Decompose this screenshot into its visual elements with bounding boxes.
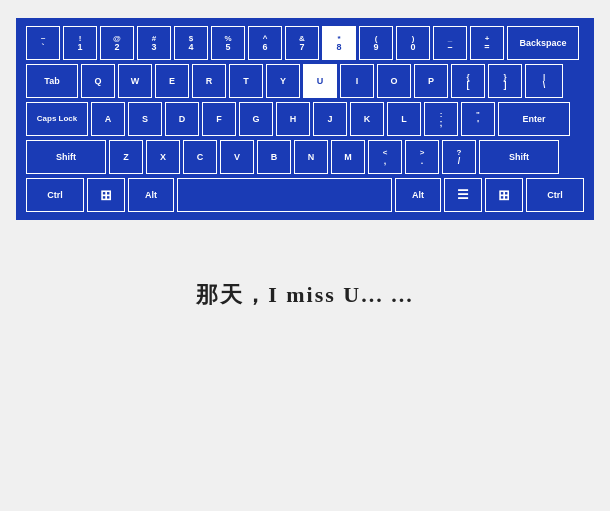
key-w[interactable]: W	[118, 64, 152, 98]
key-tab[interactable]: Tab	[26, 64, 78, 98]
key-backspace[interactable]: Backspace	[507, 26, 579, 60]
key-win-right[interactable]: ⊞	[485, 178, 523, 212]
key-semicolon[interactable]: :;	[424, 102, 458, 136]
key-m[interactable]: M	[331, 140, 365, 174]
key-q[interactable]: Q	[81, 64, 115, 98]
key-u[interactable]: U	[303, 64, 337, 98]
key-capslock[interactable]: Caps Lock	[26, 102, 88, 136]
key-i[interactable]: I	[340, 64, 374, 98]
key-rbracket[interactable]: }]	[488, 64, 522, 98]
key-8[interactable]: *8	[322, 26, 356, 60]
key-shift-left[interactable]: Shift	[26, 140, 106, 174]
key-menu[interactable]: ☰	[444, 178, 482, 212]
key-6[interactable]: ^6	[248, 26, 282, 60]
key-ctrl-right[interactable]: Ctrl	[526, 178, 584, 212]
key-comma[interactable]: <,	[368, 140, 402, 174]
key-t[interactable]: T	[229, 64, 263, 98]
key-space[interactable]	[177, 178, 392, 212]
key-l[interactable]: L	[387, 102, 421, 136]
key-tilde[interactable]: ~`	[26, 26, 60, 60]
key-quote[interactable]: "'	[461, 102, 495, 136]
key-h[interactable]: H	[276, 102, 310, 136]
key-n[interactable]: N	[294, 140, 328, 174]
key-5[interactable]: %5	[211, 26, 245, 60]
key-period[interactable]: >.	[405, 140, 439, 174]
key-v[interactable]: V	[220, 140, 254, 174]
key-win-left[interactable]: ⊞	[87, 178, 125, 212]
key-0[interactable]: )0	[396, 26, 430, 60]
key-s[interactable]: S	[128, 102, 162, 136]
key-o[interactable]: O	[377, 64, 411, 98]
key-r[interactable]: R	[192, 64, 226, 98]
row-asdf: Caps Lock A S D F G H J K L :; "' Enter	[26, 102, 584, 136]
key-p[interactable]: P	[414, 64, 448, 98]
key-g[interactable]: G	[239, 102, 273, 136]
key-a[interactable]: A	[91, 102, 125, 136]
key-1[interactable]: !1	[63, 26, 97, 60]
key-shift-right[interactable]: Shift	[479, 140, 559, 174]
key-alt-right[interactable]: Alt	[395, 178, 441, 212]
key-e[interactable]: E	[155, 64, 189, 98]
key-z[interactable]: Z	[109, 140, 143, 174]
caption: 那天，I miss U... ...	[196, 280, 414, 310]
keyboard: ~` !1 @2 #3 $4 %5 ^6 &7 *8 (9 )0 _– += B…	[16, 18, 594, 220]
key-y[interactable]: Y	[266, 64, 300, 98]
key-7[interactable]: &7	[285, 26, 319, 60]
key-equals[interactable]: +=	[470, 26, 504, 60]
key-4[interactable]: $4	[174, 26, 208, 60]
key-c[interactable]: C	[183, 140, 217, 174]
key-ctrl-left[interactable]: Ctrl	[26, 178, 84, 212]
key-x[interactable]: X	[146, 140, 180, 174]
key-backslash[interactable]: |\	[525, 64, 563, 98]
key-k[interactable]: K	[350, 102, 384, 136]
row-numbers: ~` !1 @2 #3 $4 %5 ^6 &7 *8 (9 )0 _– += B…	[26, 26, 584, 60]
row-qwerty: Tab Q W E R T Y U I O P {[ }] |\	[26, 64, 584, 98]
key-lbracket[interactable]: {[	[451, 64, 485, 98]
key-b[interactable]: B	[257, 140, 291, 174]
key-minus[interactable]: _–	[433, 26, 467, 60]
key-enter[interactable]: Enter	[498, 102, 570, 136]
key-slash[interactable]: ?/	[442, 140, 476, 174]
row-zxcv: Shift Z X C V B N M <, >. ?/ Shift	[26, 140, 584, 174]
key-alt-left[interactable]: Alt	[128, 178, 174, 212]
key-d[interactable]: D	[165, 102, 199, 136]
key-2[interactable]: @2	[100, 26, 134, 60]
key-3[interactable]: #3	[137, 26, 171, 60]
key-j[interactable]: J	[313, 102, 347, 136]
key-9[interactable]: (9	[359, 26, 393, 60]
row-bottom: Ctrl ⊞ Alt Alt ☰ ⊞ Ctrl	[26, 178, 584, 212]
key-f[interactable]: F	[202, 102, 236, 136]
